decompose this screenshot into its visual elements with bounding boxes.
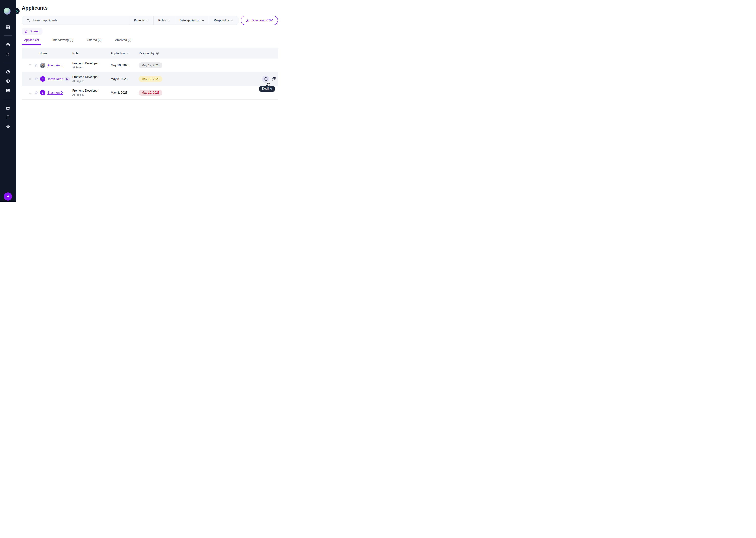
sidebar-item-applicants[interactable] [6,52,10,56]
applicants-table: Name Role Applied on Respond by [22,48,278,99]
column-name-label: Name [39,52,47,55]
check-circle-icon [6,70,10,74]
user-avatar[interactable]: P [4,192,12,200]
drag-handle-icon[interactable] [29,92,32,94]
chevron-down-icon [202,20,204,22]
role-cell: Frontend Developer AI Project [72,62,111,69]
star-icon [24,29,28,33]
sidebar-item-dashboard[interactable] [6,25,10,29]
filter-respond-by[interactable]: Respond by [209,16,238,25]
sidebar-item-jobs[interactable] [6,42,10,47]
avatar-initial: S [42,91,44,94]
applicant-photo-avatar[interactable] [40,63,45,68]
sidebar-expand-button[interactable] [13,8,20,14]
name-cell: S Shannon D [22,90,72,95]
role-project: AI Project [72,93,111,96]
table-row[interactable]: S Shannon D Frontend Developer AI Projec… [22,86,278,99]
name-cell: T Taron Reed [22,76,72,81]
chevron-right-icon [16,10,19,13]
chevron-down-icon [167,20,170,22]
sidebar: P [0,0,16,202]
sidebar-item-feedback[interactable] [6,124,10,129]
sidebar-item-rewards[interactable] [6,106,10,110]
applicant-name-link[interactable]: Adam Arch [47,64,62,67]
decline-tooltip-label: Decline [262,87,272,90]
column-applied-label: Applied on [111,52,125,55]
applicant-name-link[interactable]: Shannon D [47,91,63,94]
column-respond-label: Respond by [139,52,154,55]
column-header-applied-on[interactable]: Applied on [111,52,139,55]
sidebar-item-approvals[interactable] [6,70,10,74]
table-row[interactable]: Adam Arch Frontend Developer AI Project … [22,59,278,72]
users-icon [6,52,10,56]
star-toggle[interactable] [34,77,38,81]
role-project: AI Project [72,80,111,82]
role-title: Frontend Developer [72,89,111,92]
table-header: Name Role Applied on Respond by [22,48,278,59]
search-input[interactable] [32,19,129,22]
note-icon [66,78,69,81]
applied-date: May 8, 2025 [111,77,127,81]
column-header-role: Role [72,52,111,55]
tab-applied[interactable]: Applied (2) [22,37,41,44]
applied-on-cell: May 8, 2025 [111,77,139,81]
drag-handle-icon[interactable] [29,64,32,66]
filter-respond-by-label: Respond by [214,19,230,22]
applied-date: May 3, 2025 [111,91,127,94]
chevron-down-icon [146,20,149,22]
respond-by-cell: May 17, 2025 [139,62,278,68]
circle-minus-icon [263,77,268,81]
drag-handle-icon[interactable] [29,78,32,80]
respond-by-cell: May 10, 2025 [139,90,278,96]
applicant-initial-avatar[interactable]: S [40,90,45,95]
status-tabs: Applied (2) Interviewing (2) Offered (2)… [22,37,278,44]
sort-descending-icon[interactable] [126,52,130,55]
respond-by-cell: May 15, 2025 [139,76,278,82]
respond-by-badge: May 17, 2025 [139,62,163,68]
tab-interviewing[interactable]: Interviewing (2) [50,37,76,44]
page-title: Applicants [22,5,48,11]
search-icon [26,19,30,22]
grid-icon [6,25,10,29]
sidebar-item-news[interactable] [6,88,10,92]
applied-date: May 10, 2025 [111,64,129,67]
book-icon [6,115,10,119]
app-logo[interactable] [4,8,11,15]
filter-roles[interactable]: Roles [153,16,175,25]
chevron-down-icon [231,20,233,22]
respond-by-badge: May 15, 2025 [139,76,163,82]
filter-date-applied[interactable]: Date applied on [175,16,209,25]
avatar-initial: T [42,78,44,81]
decline-tooltip: Decline [259,86,275,92]
applicant-initial-avatar[interactable]: T [40,76,45,81]
tab-archived[interactable]: Archived (2) [113,37,134,44]
chat-icon [272,77,276,81]
star-toggle[interactable] [34,63,38,67]
starred-filter-chip[interactable]: Starred [22,28,42,35]
note-badge[interactable] [65,77,70,81]
download-csv-button[interactable]: Download CSV [241,16,278,25]
decline-button[interactable] [262,76,269,83]
star-outline-icon [34,63,38,67]
person-photo [40,63,45,68]
chat-bubble-icon [6,124,10,129]
role-project: AI Project [72,66,111,69]
role-cell: Frontend Developer AI Project [72,89,111,96]
filter-projects-label: Projects [134,19,145,22]
gift-icon [6,106,10,110]
applicant-name-link[interactable]: Taron Reed [47,77,63,81]
starred-label: Starred [30,30,39,33]
user-avatar-initial: P [7,194,9,199]
sidebar-item-returns[interactable] [6,79,10,83]
download-csv-label: Download CSV [252,19,273,22]
message-button[interactable] [272,77,276,81]
tab-offered[interactable]: Offered (2) [84,37,104,44]
info-icon[interactable] [156,52,159,55]
sidebar-item-library[interactable] [6,115,10,119]
filter-projects[interactable]: Projects [129,16,153,25]
star-toggle[interactable] [34,90,38,95]
app-window: P Applicants Projects Roles Date a [0,0,283,202]
name-cell: Adam Arch [22,63,72,68]
table-row[interactable]: T Taron Reed Frontend Developer AI Proje… [22,72,278,86]
filter-group: Projects Roles Date applied on Respond b… [129,16,238,25]
